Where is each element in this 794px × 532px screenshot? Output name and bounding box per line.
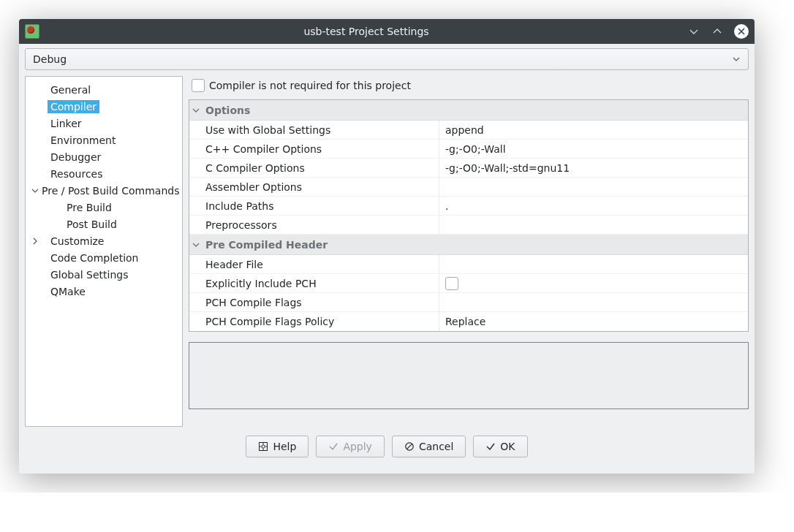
property-row[interactable]: C++ Compiler Options-g;-O0;-Wall [189, 140, 748, 159]
button-bar: Help Apply Cancel OK [25, 427, 749, 468]
titlebar: usb-test Project Settings [19, 19, 755, 44]
help-button-label: Help [273, 441, 296, 452]
sidebar-item-label: Global Settings [48, 268, 132, 281]
app-icon [25, 24, 39, 39]
sidebar-item-label: General [48, 83, 94, 96]
property-checkbox[interactable] [445, 277, 458, 290]
property-key: Explicitly Include PCH [189, 274, 439, 292]
sidebar-item-label: Pre Build [64, 201, 115, 214]
apply-button[interactable]: Apply [316, 436, 385, 457]
category-sidebar: GeneralCompilerLinkerEnvironmentDebugger… [25, 76, 183, 427]
sidebar-item-qmake[interactable]: QMake [26, 283, 182, 300]
property-row[interactable]: PCH Compile Flags [189, 293, 748, 312]
property-value[interactable]: -g;-O0;-Wall [439, 140, 748, 158]
property-row[interactable]: Use with Global Settingsappend [189, 121, 748, 140]
property-key: C++ Compiler Options [189, 140, 439, 158]
property-table: OptionsUse with Global SettingsappendC++… [189, 99, 749, 332]
group-header-options[interactable]: Options [189, 100, 748, 121]
property-key: Header File [189, 255, 439, 273]
description-box [189, 342, 749, 409]
window: usb-test Project Settings Debug GeneralC… [19, 19, 755, 474]
window-controls [687, 24, 749, 39]
chevron-down-icon[interactable] [31, 187, 39, 194]
property-key: PCH Compile Flags Policy [189, 312, 439, 331]
svg-point-1 [262, 445, 265, 448]
sidebar-item-environment[interactable]: Environment [26, 132, 182, 148]
property-row[interactable]: PCH Compile Flags PolicyReplace [189, 312, 748, 331]
ok-button[interactable]: OK [473, 436, 527, 457]
property-row[interactable]: Include Paths. [189, 197, 748, 216]
sidebar-item-linker[interactable]: Linker [26, 115, 182, 132]
sidebar-item-label: Code Completion [48, 251, 141, 265]
group-title: Options [205, 104, 250, 116]
compiler-not-required-row[interactable]: Compiler is not required for this projec… [189, 76, 749, 95]
help-button[interactable]: Help [246, 436, 309, 457]
sidebar-item-debugger[interactable]: Debugger [26, 148, 182, 165]
window-title: usb-test Project Settings [45, 26, 687, 37]
sidebar-item-general[interactable]: General [26, 81, 182, 98]
ok-button-label: OK [500, 441, 515, 452]
sidebar-item-global-settings[interactable]: Global Settings [26, 266, 182, 283]
sidebar-item-compiler[interactable]: Compiler [26, 98, 182, 115]
sidebar-item-pre-build[interactable]: Pre Build [26, 199, 182, 216]
sidebar-item-label: Linker [48, 117, 85, 130]
property-key: Use with Global Settings [189, 121, 439, 139]
check-icon [485, 441, 496, 452]
compiler-not-required-checkbox[interactable] [192, 79, 205, 92]
property-row[interactable]: Assembler Options [189, 178, 748, 197]
property-value[interactable] [439, 274, 748, 292]
sidebar-item-label: Compiler [48, 100, 99, 113]
sidebar-item-post-build[interactable]: Post Build [26, 216, 182, 232]
property-row[interactable]: Header File [189, 255, 748, 274]
property-key: C Compiler Options [189, 159, 439, 177]
cancel-button-label: Cancel [419, 441, 453, 452]
property-key: Assembler Options [189, 178, 439, 196]
configuration-value: Debug [33, 53, 67, 65]
property-value[interactable]: append [439, 121, 748, 139]
sidebar-item-label: Pre / Post Build Commands [39, 184, 182, 197]
sidebar-item-pre-post-build-commands[interactable]: Pre / Post Build Commands [26, 182, 182, 199]
property-value[interactable]: Replace [439, 312, 748, 331]
property-row[interactable]: Explicitly Include PCH [189, 274, 748, 293]
property-value[interactable] [439, 293, 748, 311]
property-value[interactable] [439, 178, 748, 196]
sidebar-item-label: Customize [48, 235, 107, 248]
property-row[interactable]: Preprocessors [189, 216, 748, 235]
compiler-not-required-label: Compiler is not required for this projec… [209, 80, 411, 91]
chevron-down-icon [732, 55, 741, 64]
configuration-select[interactable]: Debug [25, 48, 749, 70]
content-area: Debug GeneralCompilerLinkerEnvironmentDe… [19, 44, 755, 474]
close-button[interactable] [734, 24, 749, 39]
sidebar-item-label: Environment [48, 134, 118, 147]
sidebar-item-label: Post Build [64, 218, 120, 231]
chevron-down-icon [192, 241, 203, 248]
sidebar-item-code-completion[interactable]: Code Completion [26, 249, 182, 266]
minimize-button[interactable] [687, 25, 700, 38]
chevron-right-icon[interactable] [31, 238, 48, 245]
property-key: Preprocessors [189, 216, 439, 234]
property-value[interactable] [439, 255, 748, 273]
help-icon [258, 441, 268, 452]
apply-button-label: Apply [343, 441, 372, 452]
sidebar-item-label: QMake [48, 285, 88, 298]
sidebar-item-label: Debugger [48, 151, 104, 164]
property-key: Include Paths [189, 197, 439, 215]
property-row[interactable]: C Compiler Options-g;-O0;-Wall;-std=gnu1… [189, 159, 748, 178]
sidebar-item-resources[interactable]: Resources [26, 165, 182, 182]
group-title: Pre Compiled Header [205, 239, 328, 251]
maximize-button[interactable] [711, 25, 724, 38]
property-value[interactable]: . [439, 197, 748, 215]
chevron-down-icon [192, 107, 203, 114]
property-value[interactable]: -g;-O0;-Wall;-std=gnu11 [439, 159, 748, 177]
property-value[interactable] [439, 216, 748, 234]
cancel-button[interactable]: Cancel [392, 436, 466, 457]
sidebar-item-customize[interactable]: Customize [26, 232, 182, 249]
cancel-icon [404, 441, 415, 452]
property-key: PCH Compile Flags [189, 293, 439, 311]
settings-pane: Compiler is not required for this projec… [189, 76, 749, 427]
group-header-pre-compiled-header[interactable]: Pre Compiled Header [189, 235, 748, 255]
sidebar-item-label: Resources [48, 167, 106, 180]
check-icon [328, 441, 339, 452]
